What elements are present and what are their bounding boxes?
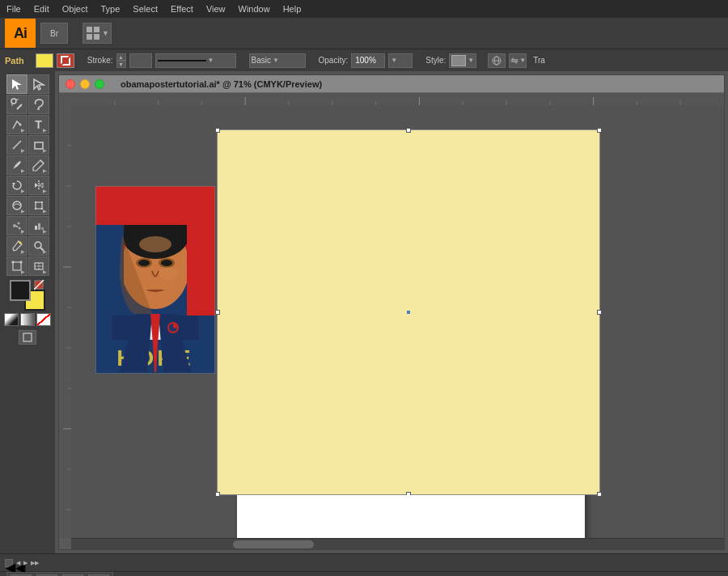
canvas-area: obamapostertutorial.ai* @ 71% (CMYK/Prev… — [55, 71, 728, 553]
menu-type[interactable]: Type — [101, 4, 121, 14]
center-registration-dot — [407, 311, 410, 314]
line-tool[interactable]: ▶ — [6, 135, 28, 155]
stroke-color-btn[interactable] — [57, 53, 74, 68]
canvas-viewport[interactable]: HOPE — [71, 105, 724, 538]
chevron-down-icon: ▼ — [208, 57, 214, 64]
svg-rect-96 — [95, 225, 124, 316]
fill-color-swatch[interactable] — [36, 53, 53, 68]
opacity-input[interactable]: 100% — [351, 53, 385, 68]
none-color-icon[interactable] — [34, 280, 45, 291]
type-tool[interactable]: T ▶ — [28, 115, 49, 134]
zoom-arrow: ▶ — [43, 248, 47, 254]
menu-window[interactable]: Window — [239, 4, 270, 14]
menu-select[interactable]: Select — [133, 4, 158, 14]
normal-screen-btn[interactable] — [19, 330, 36, 345]
selection-tool[interactable] — [6, 74, 28, 94]
selection-tools-row — [6, 74, 49, 94]
handle-top-right[interactable] — [597, 128, 602, 133]
pencil-tool[interactable]: ▶ — [28, 155, 49, 175]
handle-middle-right[interactable] — [597, 310, 602, 315]
free-transform-tool[interactable]: ▶ — [28, 196, 49, 215]
style-dropdown[interactable]: ▼ — [449, 53, 476, 68]
nav-prev-btn[interactable]: ◀ — [16, 560, 20, 566]
nav-next-btn[interactable]: ▶ — [23, 560, 28, 566]
handle-top-center[interactable] — [406, 128, 411, 133]
opacity-dropdown[interactable]: ▼ — [388, 53, 413, 68]
window-minimize-btn[interactable] — [80, 79, 90, 89]
chevron-down-icon-2: ▼ — [273, 57, 279, 64]
stroke-up[interactable]: ▲ — [116, 53, 126, 61]
handle-bottom-left[interactable] — [215, 492, 220, 497]
zoom-tool[interactable]: ▶ — [28, 236, 49, 256]
handle-top-left[interactable] — [215, 128, 220, 133]
foreground-color-swatch[interactable] — [10, 280, 31, 301]
artboard-tool[interactable]: ▶ — [6, 256, 28, 276]
stroke-down[interactable]: ▼ — [116, 61, 126, 68]
globe-icon — [491, 55, 502, 66]
menu-edit[interactable]: Edit — [34, 4, 49, 14]
symbol-tool[interactable]: ▶ — [6, 216, 28, 235]
nav-first-btn[interactable]: ◀◀ — [5, 559, 13, 567]
hollow-arrow-icon — [32, 78, 45, 91]
none-btn[interactable] — [36, 313, 51, 326]
color-mode-btn[interactable] — [4, 313, 19, 326]
svg-point-91 — [138, 260, 150, 266]
settings-button[interactable]: ▼ — [509, 53, 527, 68]
obama-poster-thumbnail: HOPE — [95, 186, 215, 374]
slice-tool[interactable]: ▶ — [28, 256, 49, 276]
rect-tool[interactable]: ▶ — [28, 135, 49, 155]
stroke-spinner[interactable]: ▲ ▼ — [116, 53, 126, 68]
svg-point-101 — [139, 236, 171, 252]
svg-rect-1 — [94, 27, 99, 32]
menu-help[interactable]: Help — [283, 4, 302, 14]
pen-tools-row: ▶ T ▶ — [6, 115, 49, 134]
normal-screen-icon — [22, 332, 33, 343]
gradient-btn[interactable] — [20, 313, 35, 326]
svg-rect-21 — [35, 142, 43, 149]
direct-selection-tool[interactable] — [28, 74, 49, 94]
handle-bottom-right[interactable] — [597, 492, 602, 497]
tool-submenu-arrow: ▶ — [21, 127, 25, 133]
menu-effect[interactable]: Effect — [171, 4, 193, 14]
svg-line-20 — [13, 141, 21, 149]
svg-point-92 — [161, 260, 172, 266]
bridge-button[interactable]: Br — [40, 23, 68, 44]
handle-middle-left[interactable] — [215, 310, 220, 315]
pen-tool[interactable]: ▶ — [6, 115, 28, 134]
warp-tool[interactable]: ▶ — [6, 196, 28, 215]
horizontal-scrollbar[interactable] — [71, 538, 724, 549]
eyedropper-tool[interactable]: ▶ — [6, 236, 28, 256]
stroke-width-input[interactable] — [129, 53, 152, 68]
brush-arrow: ▶ — [21, 167, 25, 173]
window-maximize-btn[interactable] — [95, 79, 104, 89]
reflect-tool[interactable]: ▶ — [28, 176, 49, 195]
warp-tools-row: ▶ ▶ — [6, 196, 49, 215]
svg-marker-25 — [35, 183, 38, 188]
lasso-icon — [32, 98, 45, 111]
nav-last-btn[interactable]: ▶▶ — [31, 560, 39, 566]
h-scrollbar-thumb[interactable] — [233, 540, 314, 548]
type-icon: T — [35, 118, 42, 131]
menu-file[interactable]: File — [6, 4, 21, 14]
eyedropper-arrow: ▶ — [21, 248, 25, 254]
magic-wand-icon — [11, 98, 23, 111]
gear-icon — [510, 55, 519, 66]
menu-object[interactable]: Object — [62, 4, 88, 14]
color-mode-row — [4, 313, 51, 326]
stroke-type-dropdown[interactable]: Basic ▼ — [249, 53, 306, 68]
stroke-dropdown[interactable]: ▼ — [155, 53, 236, 68]
rotate-tool[interactable]: ▶ — [6, 176, 28, 195]
window-close-btn[interactable] — [66, 79, 75, 89]
menu-view[interactable]: View — [206, 4, 226, 14]
magic-wand-tool[interactable] — [6, 95, 28, 114]
graph-tool[interactable]: ▶ — [28, 216, 49, 235]
brush-tool[interactable]: ▶ — [6, 155, 28, 175]
svg-rect-10 — [511, 61, 518, 61]
arrange-button[interactable]: ▼ — [83, 23, 112, 44]
globe-button[interactable] — [488, 53, 506, 68]
slice-arrow: ▶ — [43, 269, 47, 274]
lasso-tool[interactable] — [28, 95, 49, 114]
stroke-label: Stroke: — [87, 56, 113, 65]
svg-rect-38 — [38, 223, 40, 230]
ai-logo: Ai — [5, 19, 36, 48]
